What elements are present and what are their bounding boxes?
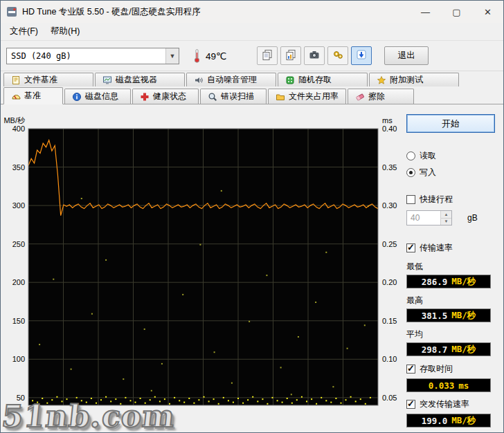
short-stroke-label: 快捷行程 [420, 194, 453, 205]
svg-text:400: 400 [12, 125, 25, 133]
radio-read-label: 读取 [420, 150, 436, 162]
burst-rate-display: 199.0 MB/秒 [406, 414, 491, 427]
max-value: 381.5 [422, 311, 448, 321]
radio-write-label: 写入 [420, 167, 436, 178]
svg-text:0.10: 0.10 [382, 355, 397, 363]
tab-error-scan[interactable]: 错误扫描 [200, 89, 267, 104]
access-time-checkbox[interactable]: 存取时间 [406, 363, 501, 375]
max-value-display: 381.5 MB/秒 [406, 308, 491, 322]
tab-folder-usage[interactable]: 文件夹占用率 [268, 89, 346, 104]
radio-write-icon [406, 168, 415, 177]
svg-text:50: 50 [17, 394, 25, 402]
chevron-down-icon: ▼ [165, 48, 179, 64]
copy-image-button[interactable] [280, 46, 301, 65]
transfer-rate-label: 传输速率 [420, 242, 453, 254]
access-time-display: 0.033 ms [406, 378, 491, 392]
minimize-button[interactable]: — [410, 1, 441, 23]
copy-text-button[interactable] [257, 46, 278, 65]
svg-text:0.35: 0.35 [382, 163, 397, 172]
drive-select-value: SSD (240 gB) [7, 51, 165, 61]
tab-label: 擦除 [368, 91, 385, 102]
svg-text:0.25: 0.25 [382, 240, 397, 248]
tab-label: 文件夹占用率 [289, 91, 339, 102]
transfer-rate-checkbox[interactable]: 传输速率 [406, 242, 501, 254]
max-label: 最高 [406, 295, 501, 306]
benchmark-page: 400350300250200150100500.400.350.300.250… [1, 104, 503, 433]
temperature-icon [193, 48, 201, 63]
file-benchmark-icon [11, 75, 21, 85]
read-radio[interactable]: 读取 [406, 150, 501, 162]
start-button[interactable]: 开始 [406, 114, 495, 133]
info-icon [72, 92, 82, 102]
short-stroke-input[interactable]: 40 ▲▼ [406, 210, 452, 225]
star-icon [377, 75, 386, 85]
toolbar: SSD (240 gB) ▼ 49℃ 退出 [1, 41, 503, 71]
spinner-down-icon[interactable]: ▼ [441, 219, 451, 225]
spinner[interactable]: ▲▼ [440, 211, 451, 225]
exit-button[interactable]: 退出 [384, 46, 429, 65]
hd-tune-window: HD Tune 专业版 5.50 - 硬盘/固态硬盘实用程序 — ▢ ✕ 文件(… [0, 0, 504, 433]
eraser-icon [355, 92, 365, 102]
svg-text:300: 300 [12, 201, 25, 210]
access-time-value: 0.033 [429, 380, 455, 391]
svg-text:0.05: 0.05 [382, 394, 397, 402]
svg-text:0.40: 0.40 [382, 125, 397, 133]
save-results-button[interactable] [351, 46, 372, 65]
options-button[interactable] [327, 46, 348, 65]
transfer-rate-checkbox-icon [406, 243, 415, 252]
window-controls: — ▢ ✕ [410, 1, 503, 23]
burst-rate-value: 199.0 [422, 416, 448, 426]
tab-random-access[interactable]: 随机存取 [278, 73, 368, 86]
avg-value: 298.7 [422, 344, 448, 355]
svg-text:ms: ms [382, 116, 393, 125]
tab-benchmark[interactable]: 基准 [3, 87, 63, 104]
svg-text:0.15: 0.15 [382, 317, 397, 325]
menu-help[interactable]: 帮助(H) [44, 23, 86, 40]
titlebar: HD Tune 专业版 5.50 - 硬盘/固态硬盘实用程序 — ▢ ✕ [1, 1, 503, 23]
burst-rate-checkbox[interactable]: 突发传输速率 [406, 398, 501, 410]
menubar: 文件(F) 帮助(H) [1, 23, 503, 41]
drive-select[interactable]: SSD (240 gB) ▼ [6, 48, 179, 64]
burst-rate-checkbox-icon [406, 400, 415, 409]
camera-icon [309, 49, 320, 62]
screenshot-button[interactable] [304, 46, 325, 65]
short-stroke-checkbox-icon [406, 195, 415, 204]
spinner-up-icon[interactable]: ▲ [441, 211, 451, 219]
svg-text:0.30: 0.30 [382, 201, 397, 210]
tab-erase[interactable]: 擦除 [348, 89, 414, 104]
min-label: 最低 [406, 261, 501, 273]
access-time-checkbox-icon [406, 365, 415, 374]
tab-extra-tests[interactable]: 附加测试 [369, 73, 459, 86]
avg-unit: MB/秒 [451, 344, 476, 356]
svg-text:350: 350 [12, 163, 25, 172]
disk-monitor-icon [102, 75, 112, 85]
menu-file[interactable]: 文件(F) [3, 23, 44, 40]
tab-health[interactable]: 健康状态 [132, 89, 199, 104]
close-button[interactable]: ✕ [472, 1, 503, 23]
tab-file-benchmark[interactable]: 文件基准 [3, 73, 93, 86]
tab-disk-monitor[interactable]: 磁盘监视器 [95, 73, 185, 86]
min-unit: MB/秒 [451, 276, 476, 288]
min-value: 286.9 [422, 277, 448, 287]
access-time-unit: ms [458, 380, 469, 391]
tab-label: 随机存取 [298, 74, 332, 86]
speaker-icon [194, 75, 204, 85]
tab-label: 自动噪音管理 [207, 74, 257, 86]
burst-rate-unit: MB/秒 [451, 415, 476, 427]
short-stroke-value: 40 [407, 211, 440, 225]
benchmark-chart: 400350300250200150100500.400.350.300.250… [2, 104, 404, 410]
svg-text:250: 250 [12, 240, 25, 248]
svg-text:150: 150 [12, 317, 25, 325]
short-stroke-unit: gB [467, 213, 478, 223]
tab-aam[interactable]: 自动噪音管理 [186, 73, 276, 86]
temperature-value: 49℃ [206, 50, 226, 62]
write-radio[interactable]: 写入 [406, 167, 501, 178]
maximize-button[interactable]: ▢ [441, 1, 472, 23]
tab-disk-info[interactable]: 磁盘信息 [64, 89, 131, 104]
tabrow-upper: 文件基准 磁盘监视器 自动噪音管理 随机存取 附加测试 [1, 71, 503, 86]
folder-icon [276, 92, 285, 102]
gauge-icon [11, 91, 21, 101]
short-stroke-checkbox[interactable]: 快捷行程 [406, 194, 501, 205]
random-access-icon [285, 75, 295, 85]
short-stroke-size-row: 40 ▲▼ gB [406, 210, 501, 225]
